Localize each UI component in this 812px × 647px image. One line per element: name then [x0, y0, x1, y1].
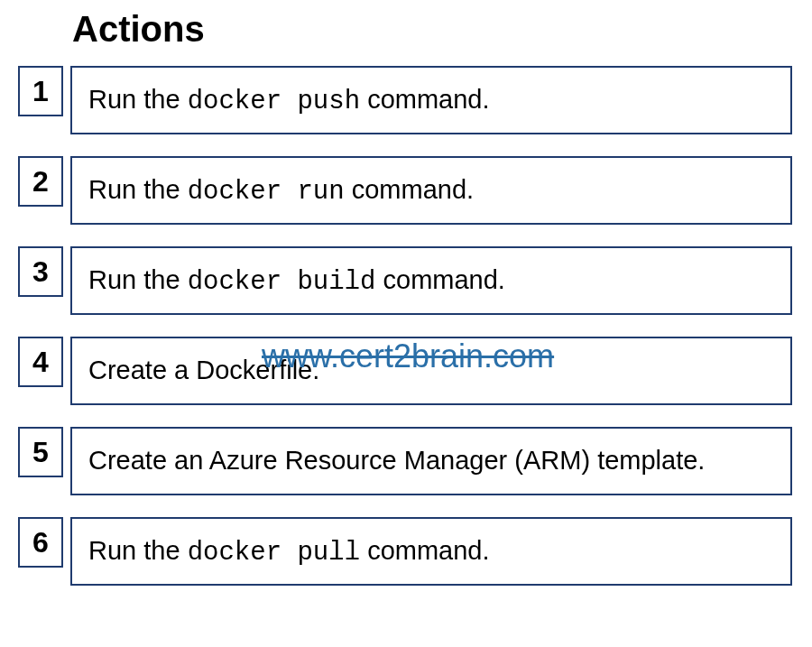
- action-text-post: command.: [360, 85, 489, 114]
- action-item[interactable]: Create a Dockerfile.: [70, 337, 792, 405]
- number-badge: 4: [18, 337, 63, 387]
- number-badge: 3: [18, 246, 63, 297]
- number-badge: 5: [18, 427, 63, 477]
- action-code: docker pull: [188, 538, 360, 568]
- action-code: docker push: [188, 87, 360, 116]
- action-row: 5 Create an Azure Resource Manager (ARM)…: [18, 427, 794, 495]
- action-item[interactable]: Create an Azure Resource Manager (ARM) t…: [70, 427, 792, 495]
- action-text-post: command.: [360, 536, 489, 565]
- action-row: 1 Run the docker push command.: [18, 66, 794, 134]
- action-row: 3 Run the docker build command.: [18, 246, 794, 315]
- action-text-pre: Run the: [88, 175, 188, 204]
- number-badge: 6: [18, 517, 63, 568]
- action-item[interactable]: Run the docker run command.: [70, 156, 792, 225]
- action-item[interactable]: Run the docker pull command.: [70, 517, 792, 586]
- action-text-post: command.: [345, 175, 474, 204]
- action-text-pre: Run the: [88, 536, 188, 565]
- action-code: docker build: [188, 267, 376, 297]
- page-title: Actions: [72, 9, 794, 50]
- number-badge: 2: [18, 156, 63, 207]
- action-text-pre: Create a Dockerfile.: [88, 356, 319, 384]
- action-row: 2 Run the docker run command.: [18, 156, 794, 225]
- action-text-post: command.: [375, 265, 504, 294]
- action-row: 4 Create a Dockerfile.: [18, 337, 794, 405]
- action-row: 6 Run the docker pull command.: [18, 517, 794, 586]
- action-text-pre: Run the: [88, 85, 188, 114]
- action-text-pre: Create an Azure Resource Manager (ARM) t…: [88, 446, 705, 475]
- action-text-pre: Run the: [88, 265, 188, 294]
- action-item[interactable]: Run the docker push command.: [70, 66, 792, 134]
- action-item[interactable]: Run the docker build command.: [70, 246, 792, 315]
- number-badge: 1: [18, 66, 63, 116]
- action-code: docker run: [188, 177, 345, 207]
